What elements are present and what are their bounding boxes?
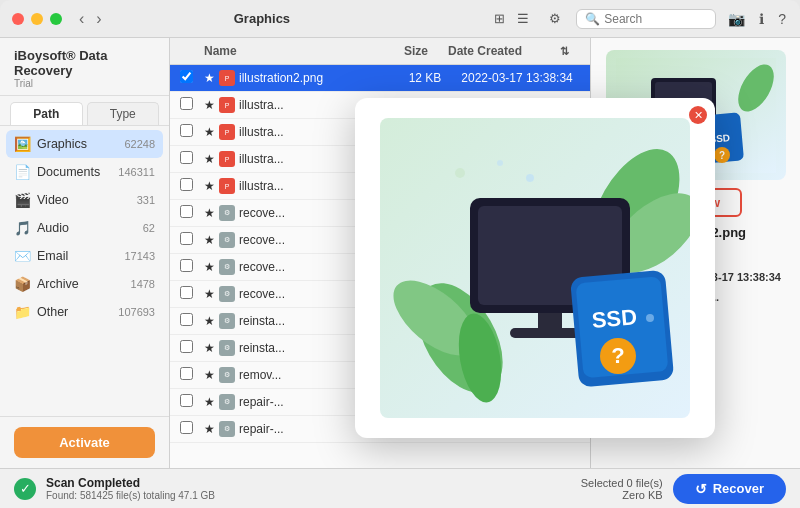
row-checkbox[interactable]: [180, 394, 193, 407]
file-type-indicator: ★: [204, 422, 215, 436]
sort-icon[interactable]: ⇅: [560, 45, 569, 57]
audio-icon: 🎵: [14, 220, 31, 236]
sidebar-item-count: 331: [137, 194, 155, 206]
tab-type[interactable]: Type: [87, 102, 160, 125]
sidebar-item-count: 17143: [124, 250, 155, 262]
file-icon: ⚙: [219, 394, 235, 410]
file-type-indicator: ★: [204, 260, 215, 274]
row-checkbox[interactable]: [180, 259, 193, 272]
sidebar-item-label: Video: [37, 193, 131, 207]
sidebar-items: 🖼️ Graphics 62248 📄 Documents 146311 🎬 V…: [0, 126, 169, 416]
file-name: remov...: [239, 368, 281, 382]
col-name-header: Name: [204, 44, 353, 58]
graphics-icon: 🖼️: [14, 136, 31, 152]
video-icon: 🎬: [14, 192, 31, 208]
tab-path[interactable]: Path: [10, 102, 83, 125]
file-type-indicator: ★: [204, 368, 215, 382]
other-icon: 📁: [14, 304, 31, 320]
scan-title: Scan Completed: [46, 476, 571, 490]
file-icon: ⚙: [219, 205, 235, 221]
file-icon: ⚙: [219, 340, 235, 356]
file-type-indicator: ★: [204, 287, 215, 301]
sidebar: iBoysoft® Data Recovery Trial Path Type …: [0, 38, 170, 468]
row-checkbox[interactable]: [180, 151, 193, 164]
row-checkbox[interactable]: [180, 70, 193, 83]
sidebar-item-count: 62248: [124, 138, 155, 150]
sidebar-item-email[interactable]: ✉️ Email 17143: [0, 242, 169, 270]
sidebar-item-graphics[interactable]: 🖼️ Graphics 62248: [6, 130, 163, 158]
scan-info: Scan Completed Found: 581425 file(s) tot…: [46, 476, 571, 501]
file-type-indicator: ★: [204, 233, 215, 247]
search-icon: 🔍: [585, 12, 600, 26]
row-checkbox[interactable]: [180, 313, 193, 326]
svg-text:?: ?: [611, 343, 624, 368]
file-name: illustra...: [239, 152, 284, 166]
sidebar-item-other[interactable]: 📁 Other 107693: [0, 298, 169, 326]
row-checkbox[interactable]: [180, 421, 193, 434]
selection-info: Selected 0 file(s) Zero KB: [581, 477, 663, 501]
svg-text:?: ?: [718, 150, 724, 161]
file-type-indicator: ★: [204, 152, 215, 166]
row-checkbox[interactable]: [180, 367, 193, 380]
sidebar-header: iBoysoft® Data Recovery Trial: [0, 38, 169, 96]
help-icon[interactable]: ?: [776, 9, 788, 29]
row-checkbox[interactable]: [180, 286, 193, 299]
file-icon: P: [219, 97, 235, 113]
titlebar: ‹ › Graphics ⊞ ☰ ⚙ 🔍 📷 ℹ ?: [0, 0, 800, 38]
view-toggle: ⊞ ☰: [489, 9, 534, 28]
file-name: recove...: [239, 233, 285, 247]
svg-text:SSD: SSD: [591, 304, 638, 333]
file-name: recove...: [239, 287, 285, 301]
file-icon: P: [219, 151, 235, 167]
file-name: reinsta...: [239, 341, 285, 355]
popup-illustration: SSD ?: [380, 118, 690, 418]
sidebar-item-count: 107693: [118, 306, 155, 318]
list-view-button[interactable]: ☰: [512, 9, 534, 28]
documents-icon: 📄: [14, 164, 31, 180]
file-type-indicator: ★: [204, 98, 215, 112]
file-icon: ⚙: [219, 421, 235, 437]
camera-icon[interactable]: 📷: [726, 9, 747, 29]
selected-files-count: Selected 0 file(s): [581, 477, 663, 489]
toolbar-icons: ⊞ ☰ ⚙ 🔍 📷 ℹ ?: [489, 9, 788, 29]
sidebar-item-video[interactable]: 🎬 Video 331: [0, 186, 169, 214]
file-type-indicator: ★: [204, 206, 215, 220]
sidebar-item-count: 146311: [118, 166, 155, 178]
file-icon: P: [219, 124, 235, 140]
row-checkbox[interactable]: [180, 124, 193, 137]
sidebar-item-label: Audio: [37, 221, 137, 235]
row-checkbox[interactable]: [180, 178, 193, 191]
info-icon[interactable]: ℹ: [757, 9, 766, 29]
grid-view-button[interactable]: ⊞: [489, 9, 510, 28]
svg-point-18: [646, 314, 654, 322]
col-date-header: Date Created: [448, 44, 560, 58]
recover-button[interactable]: ↺ Recover: [673, 474, 786, 504]
sidebar-tabs: Path Type: [0, 96, 169, 126]
sidebar-item-documents[interactable]: 📄 Documents 146311: [0, 158, 169, 186]
main-layout: iBoysoft® Data Recovery Trial Path Type …: [0, 38, 800, 468]
file-table-header: Name Size Date Created ⇅: [170, 38, 590, 65]
table-row[interactable]: ★ P illustration2.png 12 KB 2022-03-17 1…: [170, 65, 590, 92]
archive-icon: 📦: [14, 276, 31, 292]
popup-close-button[interactable]: ✕: [689, 106, 707, 124]
file-icon: P: [219, 70, 235, 86]
file-icon: P: [219, 178, 235, 194]
filter-button[interactable]: ⚙: [544, 9, 566, 28]
file-name: recove...: [239, 206, 285, 220]
row-checkbox[interactable]: [180, 97, 193, 110]
file-name: reinsta...: [239, 314, 285, 328]
activate-button[interactable]: Activate: [14, 427, 155, 458]
close-button[interactable]: [12, 13, 24, 25]
row-checkbox[interactable]: [180, 205, 193, 218]
file-icon: ⚙: [219, 313, 235, 329]
search-input[interactable]: [604, 12, 707, 26]
sidebar-item-count: 1478: [131, 278, 155, 290]
file-name: repair-...: [239, 395, 284, 409]
row-checkbox[interactable]: [180, 340, 193, 353]
sidebar-item-audio[interactable]: 🎵 Audio 62: [0, 214, 169, 242]
svg-point-17: [455, 168, 465, 178]
sidebar-item-label: Documents: [37, 165, 112, 179]
sidebar-item-archive[interactable]: 📦 Archive 1478: [0, 270, 169, 298]
row-checkbox[interactable]: [180, 232, 193, 245]
file-icon: ⚙: [219, 286, 235, 302]
